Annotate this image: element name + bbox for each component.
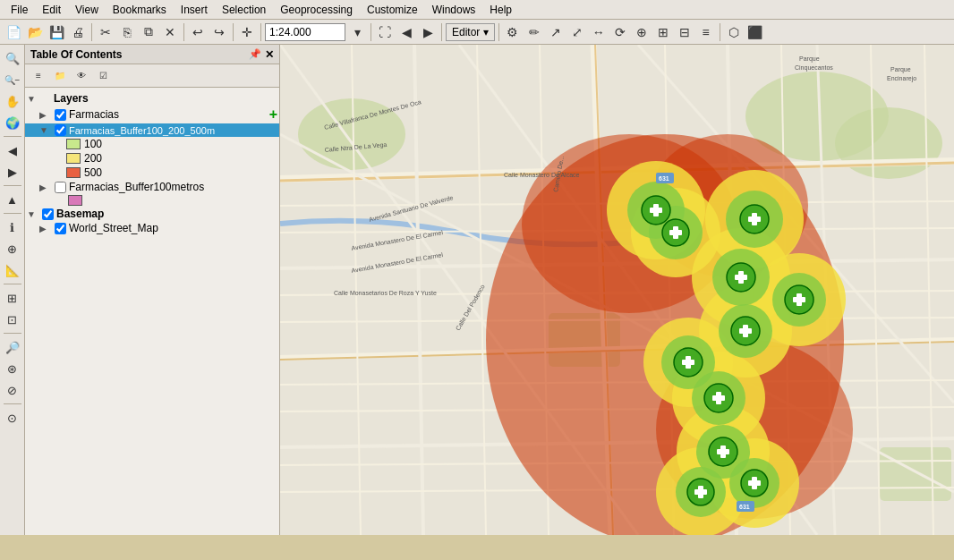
map-area[interactable]: Calle Villafranca De Montes De Oca Calle… — [280, 45, 954, 535]
toc-sel-btn[interactable]: ☑ — [93, 66, 113, 86]
menu-view[interactable]: View — [68, 2, 106, 18]
print-btn[interactable]: 🖨 — [68, 22, 88, 42]
toc-buffer100-checkbox[interactable] — [55, 182, 66, 193]
fwd-btn[interactable]: ▶ — [3, 162, 22, 182]
menu-insert[interactable]: Insert — [174, 2, 215, 18]
zoom-full-btn[interactable]: ⛶ — [375, 22, 395, 42]
tool-sep4 — [4, 284, 21, 284]
svg-rect-78 — [743, 325, 748, 337]
measure-btn[interactable]: 📐 — [3, 260, 22, 280]
toc-200-swatch — [66, 153, 81, 164]
toc-basemap-row[interactable]: ▼ Basemap — [25, 207, 279, 221]
toc-buffer-expand[interactable]: ▼ — [39, 125, 52, 135]
toc-farmacias-label: Farmacias — [69, 108, 268, 121]
copy-btn[interactable]: ⎘ — [117, 22, 137, 42]
svg-rect-72 — [752, 213, 757, 225]
menu-geoprocessing[interactable]: Geoprocessing — [273, 2, 360, 18]
menu-help[interactable]: Help — [482, 2, 519, 18]
toc-list-btn[interactable]: ≡ — [29, 66, 48, 86]
toc-basemap-expand[interactable]: ▼ — [27, 209, 39, 219]
t11[interactable]: ⬡ — [724, 22, 744, 42]
toc-basemap-checkbox[interactable] — [42, 208, 54, 220]
toc-layers-label: Layers — [54, 92, 277, 105]
pharmacy-6 — [785, 285, 813, 314]
zoom-next-btn[interactable]: ▶ — [418, 22, 438, 42]
toc-farmacias-add[interactable]: + — [269, 106, 277, 123]
new-btn[interactable]: 📄 — [4, 22, 23, 42]
pharmacy-5 — [731, 317, 760, 345]
t5[interactable]: ↔ — [589, 22, 609, 42]
t3[interactable]: ↗ — [546, 22, 566, 42]
move-btn[interactable]: ✛ — [237, 22, 257, 42]
t10[interactable]: ≡ — [696, 22, 716, 42]
pharmacy-9 — [709, 437, 737, 466]
left-tools: 🔍 🔍− ✋ 🌍 ◀ ▶ ▲ ℹ ⊕ 📐 ⊞ ⊡ 🔎 ⊛ ⊘ ⊙ — [0, 45, 25, 535]
svg-text:Calle Monasetarios De Roza Y Y: Calle Monasetarios De Roza Y Yuste — [334, 290, 437, 296]
zoom-prev-btn[interactable]: ◀ — [396, 22, 416, 42]
t12[interactable]: ⬛ — [745, 22, 765, 42]
toc-close-btn[interactable]: ✕ — [265, 48, 274, 61]
search-tool-btn[interactable]: 🔎 — [3, 337, 22, 357]
sep6 — [441, 23, 442, 41]
scale-box[interactable]: 1:24.000 — [265, 23, 345, 41]
toc-buffer-checkbox[interactable] — [55, 124, 66, 136]
toc-buffer-row[interactable]: ▼ Farmacias_Buffer100_200_500m — [25, 123, 279, 137]
zoom-out-btn[interactable]: 🔍− — [3, 70, 22, 89]
toc-wsm-expand[interactable]: ▶ — [39, 224, 52, 233]
toc-vis-btn[interactable]: 👁 — [72, 66, 91, 86]
t1[interactable]: ⚙ — [503, 22, 523, 42]
t7[interactable]: ⊕ — [632, 22, 652, 42]
paste-btn[interactable]: ⧉ — [139, 22, 158, 42]
save-btn[interactable]: 💾 — [47, 22, 66, 42]
pharmacy-7 — [674, 348, 703, 377]
delete-btn[interactable]: ✕ — [160, 22, 180, 42]
toc-farmacias-row[interactable]: ▶ Farmacias + — [25, 106, 279, 123]
sep8 — [720, 23, 720, 41]
t9[interactable]: ⊟ — [675, 22, 694, 42]
menu-windows[interactable]: Windows — [425, 2, 483, 18]
menu-file[interactable]: File — [4, 2, 35, 18]
t4[interactable]: ⤢ — [567, 22, 587, 42]
full-extent-btn[interactable]: 🌍 — [3, 113, 22, 132]
toc-buffer100-expand[interactable]: ▶ — [39, 182, 52, 192]
pharmacy-10 — [687, 479, 714, 505]
back-btn[interactable]: ◀ — [3, 140, 22, 160]
redo-btn[interactable]: ↪ — [209, 22, 229, 42]
toc-wsm-row[interactable]: ▶ World_Street_Map — [25, 221, 279, 235]
menu-bookmarks[interactable]: Bookmarks — [106, 2, 174, 18]
toc-layers-group[interactable]: ▼ Layers — [25, 91, 279, 106]
zoom-in-btn[interactable]: 🔍 — [3, 48, 22, 68]
toc-buffer100-row[interactable]: ▶ Farmacias_Buffer100metros — [25, 180, 279, 194]
svg-rect-7 — [880, 447, 951, 501]
toc-layers-expand[interactable]: ▼ — [27, 94, 39, 104]
scale-dropdown-btn[interactable]: ▾ — [347, 22, 367, 42]
t2[interactable]: ✏ — [524, 22, 544, 42]
pan-btn[interactable]: ✋ — [3, 91, 22, 111]
select-tool-btn[interactable]: ▲ — [3, 190, 22, 209]
identify-btn[interactable]: ℹ — [3, 217, 22, 237]
toc-wsm-checkbox[interactable] — [55, 223, 66, 234]
route-btn[interactable]: ⊘ — [3, 380, 22, 400]
geocode-btn[interactable]: ⊛ — [3, 359, 22, 378]
open-btn[interactable]: 📂 — [25, 22, 45, 42]
undo-btn[interactable]: ↩ — [188, 22, 208, 42]
menu-selection[interactable]: Selection — [215, 2, 273, 18]
edit2-btn[interactable]: ⊙ — [3, 408, 22, 428]
toc-source-btn[interactable]: 📁 — [50, 66, 70, 86]
t8[interactable]: ⊞ — [653, 22, 673, 42]
menu-edit[interactable]: Edit — [35, 2, 68, 18]
toc-farmacias-checkbox[interactable] — [55, 109, 66, 121]
tool-sep2 — [4, 185, 21, 186]
menu-customize[interactable]: Customize — [360, 2, 425, 18]
find-btn[interactable]: ⊕ — [3, 239, 22, 259]
xy-btn[interactable]: ⊡ — [3, 310, 22, 329]
t6[interactable]: ⟳ — [610, 22, 630, 42]
editor-btn[interactable]: Editor ▾ — [446, 23, 495, 41]
layer-btn[interactable]: ⊞ — [3, 288, 22, 308]
tool-sep3 — [4, 213, 21, 214]
toc-farmacias-expand[interactable]: ▶ — [39, 110, 52, 120]
toc-100-row: 100 — [25, 137, 279, 151]
cut-btn[interactable]: ✂ — [96, 22, 115, 42]
toc-pin-btn[interactable]: 📌 — [249, 48, 261, 61]
svg-text:Cinquecantos: Cinquecantos — [795, 64, 833, 72]
